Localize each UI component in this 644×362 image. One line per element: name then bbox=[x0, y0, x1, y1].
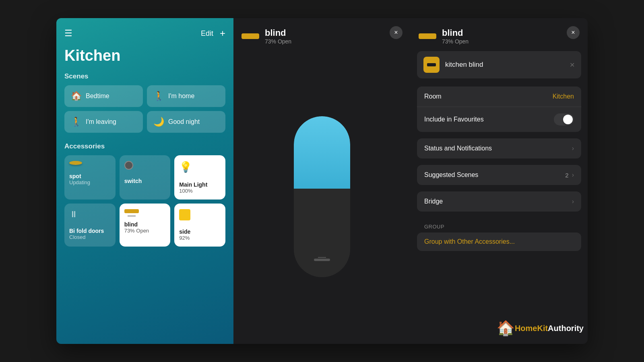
scene-im-leaving-label: I'm leaving bbox=[86, 118, 116, 125]
side-icon bbox=[179, 209, 190, 220]
scene-good-night[interactable]: 🌙 Good night bbox=[147, 111, 225, 133]
blind-open-part bbox=[294, 116, 350, 189]
spot-name: spot bbox=[69, 173, 111, 179]
bifold-name: Bi fold doors bbox=[69, 228, 111, 234]
accessory-side[interactable]: side 92% bbox=[174, 204, 225, 247]
blind-icon bbox=[124, 209, 139, 213]
group-section-label: GROUP bbox=[424, 224, 444, 230]
bridge-group: Bridge › bbox=[417, 191, 581, 212]
blind-panel-status: 73% Open bbox=[265, 38, 291, 45]
menu-icon[interactable]: ☰ bbox=[64, 28, 72, 39]
bridge-row[interactable]: Bridge › bbox=[417, 191, 581, 212]
settings-content: kitchen blind ✕ Room Kitchen Include in … bbox=[411, 51, 588, 251]
blind-close-button[interactable]: × bbox=[390, 26, 402, 39]
bridge-chevron: › bbox=[572, 198, 574, 205]
accessories-section-label: Accessories bbox=[64, 142, 225, 150]
spot-status: Updating bbox=[69, 179, 111, 185]
blind-name: blind bbox=[124, 221, 166, 228]
scene-im-home[interactable]: 🚶 I'm home bbox=[147, 85, 225, 107]
notifications-label: Status and Notifications bbox=[424, 145, 492, 152]
switch-icon bbox=[124, 161, 133, 170]
kitchen-title: Kitchen bbox=[64, 47, 225, 64]
edit-button[interactable]: Edit bbox=[201, 29, 213, 38]
im-home-icon: 🚶 bbox=[153, 91, 164, 101]
settings-panel-status: 73% Open bbox=[442, 38, 469, 45]
suggested-scenes-row[interactable]: Suggested Scenes 2 › bbox=[417, 165, 581, 185]
settings-header: blind 73% Open × bbox=[411, 18, 588, 51]
blind-header-icon bbox=[242, 33, 259, 39]
notifications-row[interactable]: Status and Notifications › bbox=[417, 138, 581, 158]
notifications-nav-right: › bbox=[572, 145, 574, 152]
accessory-switch[interactable]: switch bbox=[120, 155, 171, 200]
room-row[interactable]: Room Kitchen bbox=[417, 86, 581, 107]
room-label: Room bbox=[424, 93, 442, 100]
accessory-name-row[interactable]: kitchen blind ✕ bbox=[417, 51, 581, 78]
suggested-scenes-chevron: › bbox=[572, 171, 574, 179]
notifications-chevron: › bbox=[572, 145, 574, 152]
accessories-grid: spot Updating switch 💡 Main Light 100% ⏸… bbox=[64, 155, 225, 247]
authority-text: Authority bbox=[548, 324, 584, 333]
blind-status: 73% Open bbox=[124, 228, 166, 234]
scene-im-leaving[interactable]: 🚶 I'm leaving bbox=[64, 111, 143, 133]
blind-closed-part bbox=[294, 189, 350, 277]
scene-bedtime[interactable]: 🏠 Bedtime bbox=[64, 85, 143, 107]
bifold-status: Closed bbox=[69, 234, 111, 240]
scene-im-home-label: I'm home bbox=[168, 93, 194, 100]
blind-panel-header: blind 73% Open bbox=[242, 28, 402, 45]
scene-good-night-label: Good night bbox=[168, 118, 200, 125]
spot-icon bbox=[69, 161, 82, 165]
good-night-icon: 🌙 bbox=[153, 117, 164, 127]
accessory-clear-icon[interactable]: ✕ bbox=[570, 61, 575, 69]
accessory-spot[interactable]: spot Updating bbox=[64, 155, 116, 200]
blind-visual bbox=[294, 59, 350, 334]
add-button[interactable]: + bbox=[220, 28, 225, 39]
blind-panel-title: blind bbox=[265, 28, 291, 38]
accessory-main-light[interactable]: 💡 Main Light 100% bbox=[174, 155, 225, 200]
scenes-grid: 🏠 Bedtime 🚶 I'm home 🚶 I'm leaving 🌙 Goo… bbox=[64, 85, 225, 133]
homekit-text: HomeKit bbox=[515, 324, 548, 333]
notifications-group: Status and Notifications › bbox=[417, 138, 581, 158]
bedtime-icon: 🏠 bbox=[71, 91, 82, 101]
favourites-toggle[interactable] bbox=[554, 113, 574, 125]
settings-panel-title: blind bbox=[442, 28, 469, 38]
suggested-scenes-badge: 2 bbox=[565, 172, 568, 179]
group-label-section: GROUP bbox=[417, 218, 581, 232]
favourites-row: Include in Favourites bbox=[417, 107, 581, 132]
favourites-label: Include in Favourites bbox=[424, 116, 484, 123]
bridge-label: Bridge bbox=[424, 198, 443, 205]
side-name: side bbox=[179, 228, 221, 235]
main-light-name: Main Light bbox=[179, 181, 221, 188]
blind-header-text: blind 73% Open bbox=[265, 28, 291, 45]
im-leaving-icon: 🚶 bbox=[71, 117, 82, 127]
suggested-scenes-nav-right: 2 › bbox=[565, 171, 574, 179]
settings-close-icon: × bbox=[571, 29, 575, 36]
homekit-house-icon: 🏠 bbox=[497, 320, 515, 337]
close-icon: × bbox=[394, 29, 398, 36]
accessory-icon-box bbox=[423, 57, 440, 73]
bridge-nav-right: › bbox=[572, 198, 574, 205]
scenes-section-label: Scenes bbox=[64, 72, 225, 80]
blind-body[interactable] bbox=[294, 116, 350, 277]
room-favourites-group: Room Kitchen Include in Favourites bbox=[417, 86, 581, 132]
switch-name: switch bbox=[124, 178, 166, 184]
accessory-blind[interactable]: blind 73% Open bbox=[120, 204, 171, 247]
settings-close-button[interactable]: × bbox=[567, 26, 580, 39]
main-light-status: 100% bbox=[179, 188, 221, 194]
header-actions: Edit + bbox=[201, 28, 225, 39]
homekit-watermark: 🏠 HomeKit Authority bbox=[497, 320, 584, 337]
side-status: 92% bbox=[179, 235, 221, 241]
settings-header-text: blind 73% Open bbox=[442, 28, 469, 45]
group-action-group: Group with Other Accessories... bbox=[417, 232, 581, 251]
group-action-row[interactable]: Group with Other Accessories... bbox=[417, 232, 581, 251]
accessory-bifold[interactable]: ⏸ Bi fold doors Closed bbox=[64, 204, 116, 247]
accessory-name-text: kitchen blind bbox=[445, 61, 564, 69]
main-light-icon: 💡 bbox=[179, 161, 221, 173]
kitchen-panel: ☰ Edit + Kitchen Scenes 🏠 Bedtime 🚶 I'm … bbox=[56, 18, 233, 344]
settings-blind-icon bbox=[419, 33, 436, 39]
group-action-label: Group with Other Accessories... bbox=[424, 238, 515, 245]
settings-panel: blind 73% Open × kitchen blind ✕ Room Ki… bbox=[411, 18, 588, 344]
suggested-scenes-group: Suggested Scenes 2 › bbox=[417, 165, 581, 185]
blind-control-panel: blind 73% Open × bbox=[233, 18, 411, 344]
room-value: Kitchen bbox=[553, 93, 574, 100]
scene-bedtime-label: Bedtime bbox=[86, 93, 109, 100]
